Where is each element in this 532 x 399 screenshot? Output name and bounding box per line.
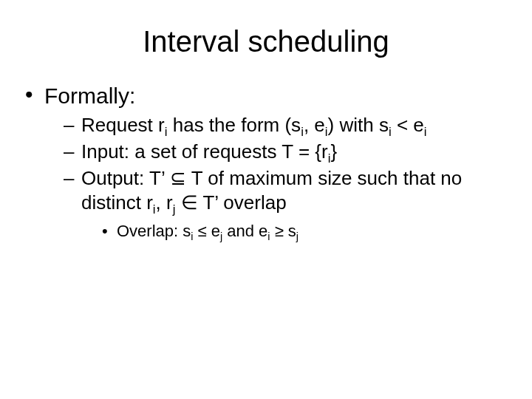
bullet-text-l1: Formally: [44, 83, 135, 108]
list-item: Overlap: si ≤ ej and ei ≥ sj [102, 220, 511, 242]
slide-title: Interval scheduling [21, 25, 511, 58]
list-item: Formally: Request ri has the form (si, e… [25, 83, 511, 242]
bullet-list-level2: Request ri has the form (si, ei) with si… [44, 113, 511, 242]
bullet-text-l2c: Output: T’ ⊆ T of maximum size such that… [81, 167, 462, 214]
list-item: Input: a set of requests T = {ri} [64, 140, 511, 165]
bullet-text-l2b: Input: a set of requests T = {ri} [81, 140, 337, 163]
bullet-list-level3: Overlap: si ≤ ej and ei ≥ sj [81, 220, 511, 242]
list-item: Request ri has the form (si, ei) with si… [64, 113, 511, 138]
slide: Interval scheduling Formally: Request ri… [0, 0, 532, 399]
bullet-text-l3a: Overlap: si ≤ ej and ei ≥ sj [117, 222, 299, 240]
bullet-text-l2a: Request ri has the form (si, ei) with si… [81, 114, 427, 136]
list-item: Output: T’ ⊆ T of maximum size such that… [64, 166, 511, 242]
bullet-list-level1: Formally: Request ri has the form (si, e… [21, 83, 511, 242]
